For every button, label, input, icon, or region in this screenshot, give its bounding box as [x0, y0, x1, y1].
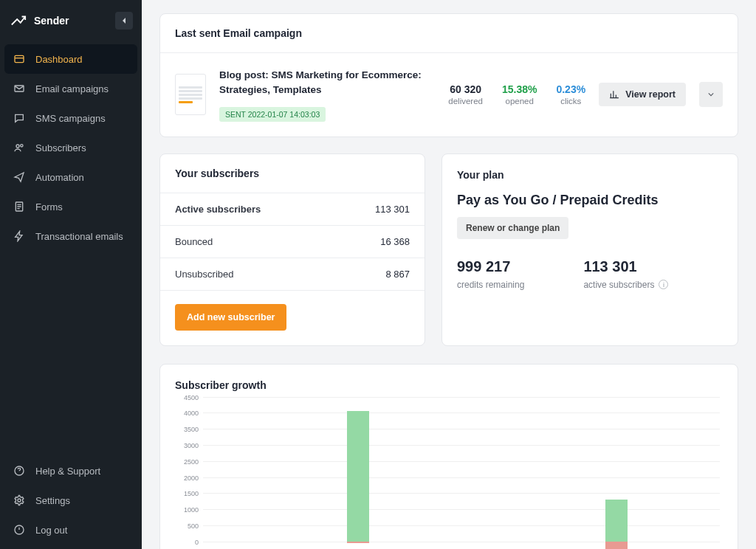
- main-content: Last sent Email campaign Blog post: SMS …: [142, 0, 756, 549]
- chart-bar-group: [476, 397, 498, 550]
- renew-plan-button[interactable]: Renew or change plan: [457, 217, 568, 239]
- sidebar-item-transactional[interactable]: Transactional emails: [4, 221, 137, 251]
- y-axis-tick: 0: [195, 539, 203, 546]
- sidebar-item-automation[interactable]: Automation: [4, 162, 137, 192]
- gear-icon: [13, 494, 25, 506]
- sidebar-item-dashboard[interactable]: Dashboard: [4, 44, 137, 74]
- dashboard-icon: [13, 53, 25, 65]
- plan-active-label: active subscribers: [583, 280, 654, 290]
- chart-bar-group: [347, 397, 369, 550]
- svg-point-3: [21, 145, 23, 147]
- y-axis-tick: 3000: [184, 442, 203, 449]
- sub-row-label: Unsubscribed: [175, 269, 234, 280]
- sub-row-active: Active subscribers 113 301: [160, 193, 425, 226]
- sidebar-item-logout[interactable]: Log out: [4, 515, 137, 545]
- subscribers-table: Active subscribers 113 301 Bounced 16 36…: [160, 193, 425, 291]
- sidebar-item-label: Settings: [35, 495, 70, 506]
- chart-bar-positive: [605, 500, 628, 542]
- caret-down-icon: [708, 92, 714, 97]
- chart-bar-group: [218, 397, 240, 550]
- sent-badge: SENT 2022-01-07 14:03:03: [219, 107, 326, 122]
- growth-card: Subscriber growth 4500400035003000250020…: [159, 364, 738, 550]
- chart-bar-group: [605, 397, 628, 550]
- sub-row-unsubscribed: Unsubscribed 8 867: [160, 258, 425, 291]
- sidebar-item-help[interactable]: Help & Support: [4, 456, 137, 486]
- chart-bar-negative: [347, 542, 369, 543]
- users-icon: [13, 142, 25, 153]
- plan-credits-label: credits remaining: [457, 280, 524, 290]
- sidebar-item-label: Log out: [35, 525, 67, 536]
- brand-name: Sender: [34, 15, 69, 27]
- svg-rect-0: [15, 55, 24, 62]
- sidebar-item-subscribers[interactable]: Subscribers: [4, 133, 137, 162]
- sidebar-item-sms-campaigns[interactable]: SMS campaigns: [4, 103, 137, 133]
- help-icon: [13, 465, 25, 477]
- y-axis-tick: 1000: [184, 506, 203, 514]
- stat-clicks: 0.23% clicks: [556, 83, 585, 106]
- chat-icon: [13, 112, 25, 124]
- nav-main: Dashboard Email campaigns SMS campaigns …: [0, 41, 142, 452]
- plan-active-value: 113 301: [583, 258, 668, 275]
- sidebar-item-label: Automation: [35, 172, 84, 183]
- view-report-label: View report: [625, 89, 676, 100]
- sidebar-item-label: Help & Support: [35, 466, 100, 477]
- sidebar-item-label: Forms: [35, 201, 63, 213]
- y-axis-tick: 3500: [184, 426, 203, 433]
- sidebar-top: Sender: [0, 0, 142, 41]
- campaign-stats: 60 320 delivered 15.38% opened 0.23% cli…: [448, 83, 585, 106]
- stat-opened-label: opened: [502, 97, 537, 106]
- sidebar-item-label: Subscribers: [35, 142, 86, 153]
- last-campaign-card: Last sent Email campaign Blog post: SMS …: [159, 13, 738, 137]
- svg-point-2: [16, 145, 19, 148]
- sidebar-item-label: Transactional emails: [35, 231, 123, 242]
- subscribers-heading: Your subscribers: [160, 154, 425, 193]
- nav-bottom: Help & Support Settings Log out: [0, 452, 142, 549]
- sub-row-value: 8 867: [385, 269, 410, 280]
- plan-heading: Your plan: [457, 169, 723, 181]
- sub-row-value: 113 301: [375, 204, 410, 215]
- campaign-title: Blog post: SMS Marketing for Ecommerce: …: [219, 68, 435, 98]
- stat-delivered-value: 60 320: [448, 83, 483, 95]
- plan-credits-value: 999 217: [457, 258, 524, 275]
- sub-row-value: 16 368: [380, 236, 410, 247]
- info-icon[interactable]: i: [659, 280, 668, 289]
- y-axis-tick: 2000: [184, 474, 203, 482]
- add-subscriber-button[interactable]: Add new subscriber: [175, 304, 286, 331]
- svg-point-6: [18, 499, 21, 502]
- brand-logo: Sender: [10, 13, 69, 29]
- sidebar-item-email-campaigns[interactable]: Email campaigns: [4, 74, 137, 103]
- last-campaign-heading: Last sent Email campaign: [160, 14, 738, 53]
- chevron-left-icon: [122, 17, 126, 24]
- plan-stat-credits: 999 217 credits remaining: [457, 258, 524, 290]
- y-axis-tick: 4000: [184, 410, 203, 417]
- campaign-menu-button[interactable]: [699, 82, 723, 107]
- form-icon: [13, 201, 25, 213]
- subscribers-card: Your subscribers Active subscribers 113 …: [159, 153, 425, 346]
- plan-card: Your plan Pay as You Go / Prepaid Credit…: [441, 153, 738, 346]
- y-axis-tick: 500: [188, 522, 203, 530]
- campaign-info: Blog post: SMS Marketing for Ecommerce: …: [219, 68, 435, 122]
- stat-clicks-label: clicks: [556, 97, 585, 106]
- y-axis-tick: 2500: [184, 458, 203, 466]
- sidebar: Sender Dashboard Email campaigns SMS cam…: [0, 0, 142, 549]
- stat-opened-value: 15.38%: [502, 83, 537, 95]
- sub-row-label: Active subscribers: [175, 204, 261, 215]
- plan-name: Pay as You Go / Prepaid Credits: [457, 193, 723, 208]
- chart-bar-positive: [347, 411, 369, 542]
- view-report-button[interactable]: View report: [599, 83, 686, 106]
- stat-clicks-value: 0.23%: [556, 83, 585, 95]
- bolt-icon: [13, 230, 25, 242]
- stat-delivered: 60 320 delivered: [448, 83, 483, 106]
- subscriber-growth-chart: 450040003500300025002000150010005000-500…: [175, 397, 723, 550]
- sidebar-collapse-button[interactable]: [115, 12, 133, 30]
- sidebar-item-label: Email campaigns: [35, 83, 109, 94]
- sub-row-bounced: Bounced 16 368: [160, 226, 425, 258]
- envelope-icon: [13, 83, 25, 94]
- logout-icon: [13, 524, 25, 536]
- bar-chart-icon: [609, 89, 619, 100]
- sidebar-item-settings[interactable]: Settings: [4, 486, 137, 515]
- growth-heading: Subscriber growth: [175, 379, 723, 391]
- send-icon: [13, 171, 25, 183]
- y-axis-tick: 4500: [184, 394, 203, 401]
- sidebar-item-forms[interactable]: Forms: [4, 192, 137, 221]
